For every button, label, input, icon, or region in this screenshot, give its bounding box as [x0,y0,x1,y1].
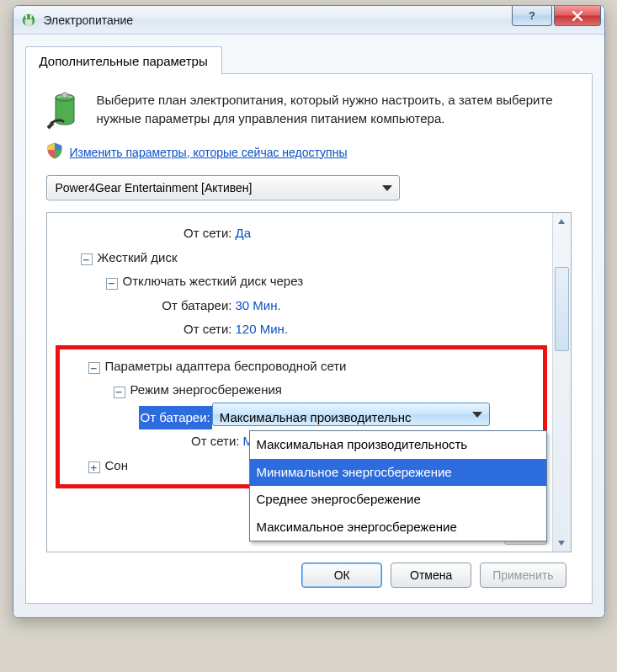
help-button[interactable]: ? [512,6,552,26]
wifi-on-battery-row[interactable]: От батареи: Максимальная производительнс [63,403,540,430]
svg-text:?: ? [529,9,535,22]
dialog-buttons: ОК Отмена Применить [46,552,572,589]
wifi-battery-dropdown[interactable]: Максимальная производительностьМинимальн… [249,430,547,541]
setting-on-ac-row[interactable]: От сети: Да [56,221,547,246]
svg-rect-6 [62,93,67,98]
dialog-window: Электропитание ? Дополнительные параметр… [13,5,605,618]
uac-link-row: Изменить параметры, которые сейчас недос… [46,142,572,162]
svg-rect-2 [29,14,31,19]
dropdown-item[interactable]: Максимальная производительность [250,431,546,459]
scroll-up-button[interactable] [553,213,571,230]
scroll-track[interactable] [553,230,571,535]
tree-node-wifi-powersave[interactable]: − Режим энергосбережения [63,378,540,403]
hdd-on-battery-row[interactable]: От батареи: 30 Мин. [56,294,547,318]
ok-button[interactable]: ОК [301,563,382,588]
hdd-on-ac-row[interactable]: От сети: 120 Мин. [56,317,547,342]
dropdown-item[interactable]: Минимальное энергосбережение [250,459,546,487]
close-button[interactable] [554,6,601,26]
uac-change-link[interactable]: Изменить параметры, которые сейчас недос… [70,146,348,159]
tab-panel: Выберите план электропитания, который ну… [25,74,593,604]
tree-node-hdd-turnoff[interactable]: − Отключать жесткий диск через [56,269,547,294]
tab-advanced[interactable]: Дополнительные параметры [25,46,222,74]
apply-button[interactable]: Применить [480,563,566,588]
svg-rect-1 [25,14,27,19]
dropdown-item[interactable]: Среднее энергосбережение [250,486,546,514]
battery-icon [46,91,83,134]
chevron-down-icon [382,185,392,191]
scroll-down-button[interactable] [553,535,571,552]
on-ac-label: От сети: [131,221,232,246]
tree-node-wifi[interactable]: − Параметры адаптера беспроводной сети [63,355,540,379]
titlebar[interactable]: Электропитание ? [13,6,604,35]
scrollbar[interactable] [552,213,571,552]
collapse-icon[interactable]: − [114,387,125,398]
chevron-down-icon [472,412,482,418]
shield-icon [46,142,63,162]
tab-header: Дополнительные параметры [25,46,593,74]
power-plug-icon [20,12,37,29]
hdd-turnoff-label: Отключать жесткий диск через [123,269,304,294]
plan-select-value: Power4Gear Entertainment [Активен] [56,181,253,195]
collapse-icon[interactable]: − [88,362,100,374]
hdd-label: Жесткий диск [98,246,178,270]
on-ac-value[interactable]: Да [236,221,252,246]
settings-tree: От сети: Да − Жесткий диск − Отключать ж… [46,212,572,552]
intro-text: Выберите план электропитания, который ну… [97,91,572,134]
intro: Выберите план электропитания, который ну… [46,91,572,134]
collapse-icon[interactable]: − [81,253,93,265]
tree-node-hdd[interactable]: − Жесткий диск [56,246,547,270]
scroll-thumb[interactable] [555,267,569,351]
cancel-button[interactable]: Отмена [391,563,471,588]
expand-icon[interactable]: + [88,461,100,473]
collapse-icon[interactable]: − [106,278,118,290]
window-title: Электропитание [44,13,134,27]
dropdown-item[interactable]: Максимальное энергосбережение [250,514,546,541]
plan-select[interactable]: Power4Gear Entertainment [Активен] [46,175,400,200]
client-area: Дополнительные параметры Выберите план э… [13,35,604,617]
wifi-on-battery-combo[interactable]: Максимальная производительнс [212,403,490,426]
